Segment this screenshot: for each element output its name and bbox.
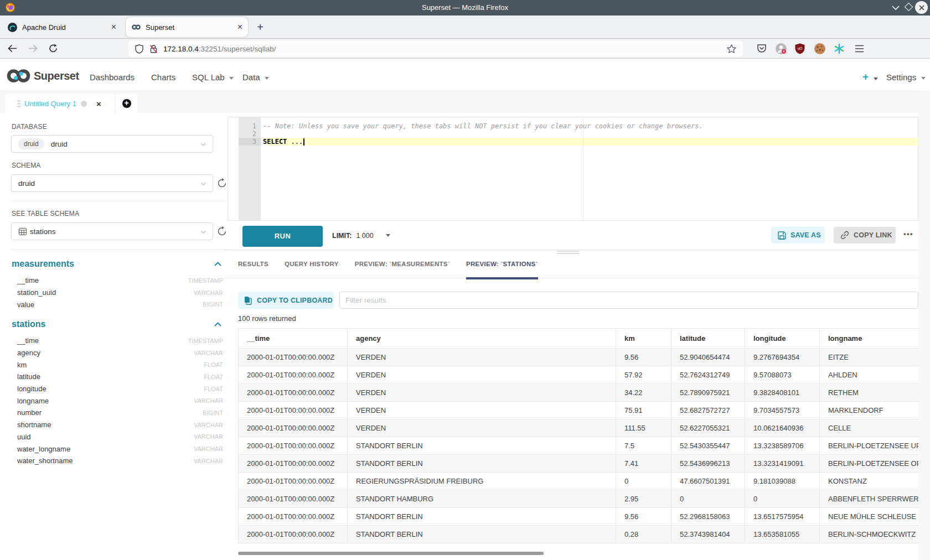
nav-dashboards[interactable]: Dashboards (90, 72, 135, 82)
results-table: __timeagencykmlatitudelongitudelongname … (238, 328, 918, 543)
query-tab-label: Untitled Query 1 (24, 100, 76, 108)
pocket-icon[interactable] (757, 44, 767, 54)
column-header[interactable]: km (616, 329, 671, 348)
shield-icon[interactable] (135, 44, 143, 54)
tab-close-icon[interactable]: × (111, 23, 116, 32)
limit-dropdown[interactable]: LIMIT: 1 000 (332, 221, 390, 250)
table-row[interactable]: 2000-01-01T00:00:00.000ZSTANDORT BERLIN7… (239, 437, 918, 455)
minimize-icon[interactable] (892, 6, 900, 11)
table-row[interactable]: 2000-01-01T00:00:00.000ZVERDEN75.91 52.6… (239, 402, 918, 419)
copy-to-clipboard-button[interactable]: COPY TO CLIPBOARD (238, 292, 334, 309)
run-button[interactable]: RUN (242, 226, 323, 247)
tab-label: Superset (146, 23, 174, 32)
browser-tabbar: Apache Druid × Superset × + (0, 15, 930, 39)
table-row[interactable]: 2000-01-01T00:00:00.000ZSTANDORT HAMBURG… (239, 490, 918, 508)
superset-wordmark[interactable]: Superset (34, 70, 79, 82)
table-row[interactable]: 2000-01-01T00:00:00.000ZVERDEN111.55 52.… (239, 419, 918, 437)
tab-preview-stations[interactable]: PREVIEW: `STATIONS` (466, 250, 538, 278)
account-icon[interactable] (776, 43, 787, 54)
nav-sql-lab[interactable]: SQL Lab (192, 72, 234, 82)
tab-label: Apache Druid (22, 23, 66, 32)
results-table-body: 2000-01-01T00:00:00.000ZVERDEN9.56 52.90… (239, 349, 918, 543)
column-header[interactable]: longitude (745, 329, 820, 348)
tab-results[interactable]: RESULTS (238, 250, 268, 278)
refresh-schema-icon[interactable] (217, 178, 227, 188)
column-header[interactable]: longname (820, 329, 918, 348)
extension-asterisk-icon[interactable] (834, 43, 845, 54)
settings-menu[interactable]: Settings (886, 72, 926, 82)
browser-tab-superset[interactable]: Superset × (126, 17, 248, 37)
more-options-button[interactable]: ••• (900, 227, 917, 243)
see-table-schema-label: SEE TABLE SCHEMA (12, 210, 79, 217)
column-header[interactable]: __time (239, 329, 348, 348)
close-window-icon[interactable] (915, 1, 928, 14)
svg-text:uO: uO (798, 46, 803, 50)
chevron-up-icon[interactable] (214, 322, 221, 326)
horizontal-scrollbar[interactable] (238, 552, 544, 555)
table-row[interactable]: 2000-01-01T00:00:00.000ZREGIERUNGSPRÄSID… (239, 473, 918, 490)
nav-data[interactable]: Data (242, 72, 269, 82)
schema-column-row: water_longname VARCHAR (17, 443, 223, 455)
table-row[interactable]: 2000-01-01T00:00:00.000ZVERDEN34.22 52.7… (239, 384, 918, 402)
editor-gutter: 1 2 3 (239, 117, 261, 220)
schema-select[interactable]: druid (11, 174, 213, 192)
column-header[interactable]: latitude (671, 329, 745, 348)
new-tab-button[interactable]: + (254, 21, 267, 34)
table-row[interactable]: 2000-01-01T00:00:00.000ZVERDEN9.56 52.90… (239, 349, 918, 366)
stations-columns: __time TIMESTAMP agency VARCHAR km FLOAT… (17, 335, 223, 467)
schema-column-row: longitude FLOAT (17, 383, 223, 395)
cookie-icon[interactable] (814, 43, 825, 54)
table-row[interactable]: 2000-01-01T00:00:00.000ZSTANDORT BERLIN9… (239, 508, 918, 526)
table-title-measurements[interactable]: measurements (12, 259, 74, 269)
table-schema-value: stations (30, 227, 56, 236)
sql-editor[interactable]: 1 2 3 -- Note: Unless you save your quer… (228, 117, 918, 221)
url-text: 172.18.0.4:32251/superset/sqllab/ (163, 45, 276, 53)
forward-icon[interactable] (28, 44, 38, 53)
filter-results-input[interactable] (339, 292, 918, 309)
new-query-tab-button[interactable]: + (116, 94, 137, 113)
active-line-highlight (265, 138, 922, 146)
table-row[interactable]: 2000-01-01T00:00:00.000ZVERDEN57.92 52.7… (239, 366, 918, 384)
tab-close-icon[interactable]: × (237, 23, 242, 32)
database-select[interactable]: druid druid (11, 135, 213, 153)
results-table-header: __timeagencykmlatitudelongitudelongname (239, 329, 918, 349)
query-tab-close-icon[interactable]: × (96, 99, 101, 108)
table-icon (19, 228, 27, 235)
browser-toolbar: 172.18.0.4:32251/superset/sqllab/ uO (0, 39, 930, 59)
link-icon (840, 231, 849, 240)
table-row[interactable]: 2000-01-01T00:00:00.000ZSTANDORT BERLIN0… (239, 526, 918, 543)
browser-tab-apache-druid[interactable]: Apache Druid × (3, 17, 122, 37)
database-label: DATABASE (12, 123, 47, 131)
copy-link-button[interactable]: COPY LINK (834, 227, 896, 243)
column-header[interactable]: agency (348, 329, 616, 348)
table-schema-select[interactable]: stations (11, 222, 213, 240)
query-tab-strip (0, 91, 930, 113)
chevron-down-icon (201, 182, 206, 186)
editor-toolbar: RUN LIMIT: 1 000 SAVE AS COPY LINK ••• (223, 221, 918, 250)
schema-column-row: longname VARCHAR (17, 395, 223, 407)
url-bar[interactable]: 172.18.0.4:32251/superset/sqllab/ (128, 40, 743, 57)
print-margin-line (583, 117, 583, 220)
schema-column-row: uuid VARCHAR (17, 431, 223, 443)
chevron-up-icon[interactable] (214, 262, 221, 266)
query-tab-untitled[interactable]: Untitled Query 1 × (6, 94, 115, 113)
table-title-stations[interactable]: stations (12, 319, 45, 329)
bookmark-star-icon[interactable] (727, 44, 736, 53)
table-row[interactable]: 2000-01-01T00:00:00.000ZSTANDORT BERLIN7… (239, 455, 918, 473)
window-titlebar: Superset — Mozilla Firefox (0, 0, 930, 15)
sidebar-divider (11, 249, 226, 250)
unsaved-indicator-dot (81, 101, 87, 107)
clipboard-icon (244, 296, 252, 305)
reload-icon[interactable] (49, 44, 58, 53)
back-icon[interactable] (8, 44, 17, 53)
tab-preview-measurements[interactable]: PREVIEW: `MEASUREMENTS` (355, 250, 450, 278)
menu-hamburger-icon[interactable] (855, 45, 864, 53)
lock-disabled-icon[interactable] (149, 44, 158, 54)
ublock-icon[interactable]: uO (795, 43, 805, 54)
nav-charts[interactable]: Charts (151, 72, 175, 82)
save-as-button[interactable]: SAVE AS (771, 227, 825, 243)
drag-handle-icon[interactable] (17, 100, 20, 107)
tab-query-history[interactable]: QUERY HISTORY (285, 250, 339, 278)
add-button[interactable]: + (862, 71, 869, 83)
superset-logo[interactable] (6, 68, 32, 84)
